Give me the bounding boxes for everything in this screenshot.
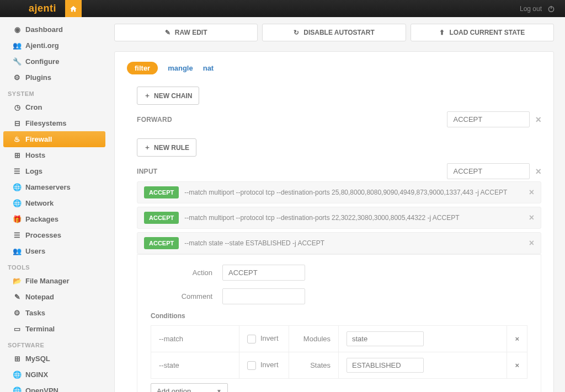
pencil-icon: ✎ (165, 29, 170, 36)
sidebar-item-terminal[interactable]: ▭Terminal (0, 321, 109, 337)
condition-delete-button[interactable]: × (507, 326, 527, 352)
new-rule-button[interactable]: ＋NEW RULE (137, 138, 196, 157)
load-current-state-button[interactable]: ⬆LOAD CURRENT STATE (411, 24, 554, 41)
disable-autostart-button[interactable]: ↻DISABLE AUTOSTART (262, 24, 406, 41)
modules-input[interactable] (347, 331, 424, 346)
cog-icon: ⚙ (12, 309, 22, 317)
sitemap-icon: ⊞ (12, 151, 22, 159)
logout-link[interactable]: Log out (520, 5, 547, 13)
chain-forward-label: FORWARD (137, 116, 172, 123)
rule-delete-button[interactable]: × (529, 187, 534, 197)
plus-icon: ＋ (144, 91, 151, 100)
refresh-icon: ↻ (294, 29, 299, 36)
rule-action-badge: ACCEPT (144, 237, 179, 249)
forward-delete-button[interactable]: × (535, 115, 541, 125)
states-input[interactable] (347, 358, 424, 373)
rule-row[interactable]: ACCEPT --match multiport --protocol tcp … (137, 181, 541, 203)
sidebar-item-tasks[interactable]: ⚙Tasks (0, 305, 109, 321)
condition-option: --match (151, 326, 239, 352)
sidebar-item-processes[interactable]: ☰Processes (0, 227, 109, 243)
invert-label: Invert (260, 334, 279, 342)
globe-icon: 🌐 (12, 386, 22, 392)
power-icon[interactable] (547, 5, 565, 13)
comment-label: Comment (151, 292, 222, 300)
sidebar-item-plugins[interactable]: ⚙Plugins (0, 69, 109, 85)
globe-icon: 🌐 (12, 199, 22, 207)
input-policy-input[interactable] (447, 163, 530, 179)
condition-option: --state (151, 352, 239, 379)
modules-label: Modules (289, 326, 339, 352)
edit-icon: ✎ (12, 293, 22, 301)
raw-edit-button[interactable]: ✎RAW EDIT (114, 24, 258, 41)
rule-row[interactable]: ACCEPT --match state --state ESTABLISHED… (137, 232, 541, 254)
sidebar-item-logs[interactable]: ☰Logs (0, 163, 109, 179)
sidebar: ◉Dashboard 👥Ajenti.org 🔧Configure ⚙Plugi… (0, 17, 109, 392)
upload-icon: ⬆ (439, 29, 445, 36)
rule-text: --match multiport --protocol tcp --desti… (184, 214, 523, 222)
folder-icon: 📂 (12, 277, 22, 285)
dashboard-icon: ◉ (12, 25, 22, 34)
sidebar-item-mysql[interactable]: ⊞MySQL (0, 351, 109, 367)
rule-row[interactable]: ACCEPT --match multiport --protocol tcp … (137, 207, 541, 229)
new-chain-button[interactable]: ＋NEW CHAIN (137, 87, 199, 105)
chain-input-label: INPUT (137, 168, 158, 175)
sidebar-item-file-manager[interactable]: 📂File Manager (0, 273, 109, 289)
home-button[interactable] (65, 0, 82, 17)
states-label: States (289, 352, 339, 379)
rule-editor: Action Comment Conditions --match Invert… (137, 254, 541, 392)
comment-input[interactable] (222, 288, 305, 304)
action-label: Action (151, 269, 222, 277)
rule-delete-button[interactable]: × (529, 213, 534, 223)
tab-nat[interactable]: nat (203, 62, 214, 74)
sidebar-item-dashboard[interactable]: ◉Dashboard (0, 22, 109, 37)
condition-delete-button[interactable]: × (507, 352, 527, 379)
list-icon: ☰ (12, 167, 22, 175)
sidebar-item-network[interactable]: 🌐Network (0, 195, 109, 211)
hdd-icon: ⊟ (12, 119, 22, 127)
forward-policy-input[interactable] (447, 111, 530, 127)
globe-icon: 🌐 (12, 183, 22, 191)
chevron-down-icon: ▼ (216, 388, 222, 392)
fire-icon: ♨ (12, 135, 22, 143)
invert-checkbox[interactable] (247, 361, 256, 370)
invert-checkbox[interactable] (247, 335, 256, 343)
tab-mangle[interactable]: mangle (168, 62, 193, 74)
sidebar-header-software: SOFTWARE (0, 337, 109, 351)
sidebar-item-openvpn[interactable]: 🌐OpenVPN (0, 383, 109, 392)
sidebar-item-configure[interactable]: 🔧Configure (0, 53, 109, 69)
input-delete-button[interactable]: × (535, 167, 541, 176)
list-icon: ☰ (12, 231, 22, 239)
sidebar-header-tools: TOOLS (0, 259, 109, 273)
home-icon (70, 5, 77, 13)
sidebar-item-ajenti-org[interactable]: 👥Ajenti.org (0, 37, 109, 53)
users-icon: 👥 (12, 41, 22, 50)
cogs-icon: ⚙ (12, 73, 22, 82)
gift-icon: 🎁 (12, 215, 22, 223)
sidebar-header-system: SYSTEM (0, 85, 109, 99)
sidebar-item-nginx[interactable]: 🌐NGINX (0, 367, 109, 383)
sidebar-item-firewall[interactable]: ♨Firewall (3, 131, 105, 147)
rule-delete-button[interactable]: × (529, 238, 534, 248)
sidebar-item-filesystems[interactable]: ⊟Filesystems (0, 115, 109, 131)
rule-text: --match multiport --protocol tcp --desti… (184, 189, 523, 196)
rule-action-badge: ACCEPT (144, 212, 179, 224)
sidebar-item-hosts[interactable]: ⊞Hosts (0, 147, 109, 163)
rule-action-badge: ACCEPT (144, 186, 179, 198)
plus-icon: ＋ (144, 143, 151, 152)
terminal-icon: ▭ (12, 325, 22, 333)
brand-logo: ajenti (0, 3, 65, 14)
action-input[interactable] (222, 265, 305, 281)
sidebar-item-packages[interactable]: 🎁Packages (0, 211, 109, 227)
rule-text: --match state --state ESTABLISHED -j ACC… (184, 239, 523, 247)
invert-label: Invert (260, 361, 279, 369)
table-icon: ⊞ (12, 355, 22, 363)
globe-icon: 🌐 (12, 370, 22, 379)
wrench-icon: 🔧 (12, 57, 22, 66)
sidebar-item-users[interactable]: 👥Users (0, 243, 109, 259)
sidebar-item-nameservers[interactable]: 🌐Nameservers (0, 179, 109, 195)
conditions-header: Conditions (151, 312, 527, 320)
tab-filter[interactable]: filter (127, 62, 158, 74)
sidebar-item-notepad[interactable]: ✎Notepad (0, 289, 109, 305)
add-option-select[interactable]: Add option ▼ (151, 383, 228, 392)
sidebar-item-cron[interactable]: ◷Cron (0, 99, 109, 115)
